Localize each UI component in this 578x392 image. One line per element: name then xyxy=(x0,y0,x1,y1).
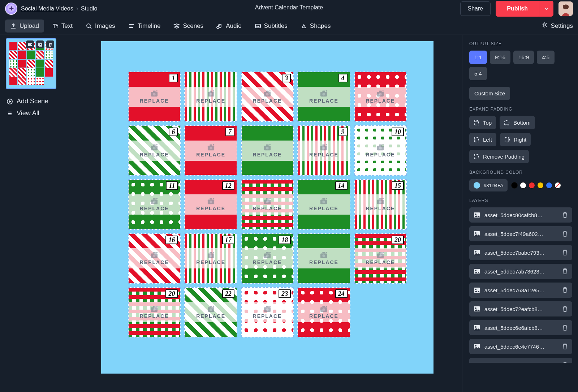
pad-bottom-button[interactable]: Bottom xyxy=(500,116,535,129)
replace-overlay[interactable]: REPLACE xyxy=(242,141,293,161)
layer-row[interactable]: asset_5ddec7ab73623… xyxy=(469,264,572,279)
advent-tile[interactable]: REPLACE22 xyxy=(184,287,237,337)
remove-padding-button[interactable]: Remove Padding xyxy=(469,150,529,163)
advent-tile[interactable]: REPLACE4 xyxy=(297,72,350,122)
advent-tile[interactable]: REPLACE16 xyxy=(128,233,181,284)
replace-overlay[interactable]: REPLACE xyxy=(355,248,406,268)
replace-overlay[interactable]: REPLACE xyxy=(242,194,293,215)
ratio-chip-1-1[interactable]: 1:1 xyxy=(469,51,487,64)
replace-overlay[interactable]: REPLACE xyxy=(242,87,293,107)
replace-overlay[interactable]: REPLACE xyxy=(242,302,293,322)
trash-icon[interactable] xyxy=(562,268,568,275)
background-color-chip[interactable]: #81D4FA xyxy=(469,179,508,191)
replace-overlay[interactable]: REPLACE xyxy=(185,302,236,322)
custom-size-button[interactable]: Custom Size xyxy=(469,87,510,100)
advent-tile[interactable]: REPLACE20 xyxy=(128,287,181,337)
replace-overlay[interactable]: REPLACE xyxy=(129,141,180,161)
layer-row[interactable]: asset_5ddec7f49a602… xyxy=(469,226,572,241)
advent-tile[interactable]: REPLACE20 xyxy=(354,233,407,284)
replace-overlay[interactable]: REPLACE xyxy=(129,194,180,215)
replace-overlay[interactable]: REPLACE xyxy=(129,248,180,268)
replace-overlay[interactable]: REPLACE xyxy=(355,141,406,161)
scene-thumbnail[interactable] xyxy=(6,38,56,89)
breadcrumb-root-link[interactable]: Social Media Videos xyxy=(21,5,73,12)
subtitles-tool[interactable]: Subtitles xyxy=(250,20,293,33)
layer-row[interactable]: asset_5ddec7babe793… xyxy=(469,245,572,260)
audio-tool[interactable]: Audio xyxy=(211,20,246,33)
settings-button[interactable]: Settings xyxy=(542,22,573,30)
ratio-chip-5-4[interactable]: 5:4 xyxy=(469,67,487,80)
advent-tile[interactable]: REPLACE18 xyxy=(241,233,294,284)
upload-button[interactable]: Upload xyxy=(5,20,44,33)
advent-tile[interactable]: REPLACE1 xyxy=(128,72,181,122)
layer-row[interactable]: asset_5ddec6e39a602… xyxy=(469,358,572,363)
shapes-tool[interactable]: Shapes xyxy=(296,20,336,33)
layer-row[interactable]: asset_5ddec6e6afcb8… xyxy=(469,320,572,335)
palette-swatch[interactable] xyxy=(520,182,526,189)
trash-icon[interactable] xyxy=(562,343,568,350)
advent-tile[interactable]: REPLACE7 xyxy=(184,125,237,176)
advent-tile[interactable]: REPLACE24 xyxy=(297,287,350,337)
advent-tile[interactable]: REPLACE23 xyxy=(241,287,294,337)
layer-row[interactable]: asset_5ddec80cafcb8… xyxy=(469,207,572,223)
replace-overlay[interactable]: REPLACE xyxy=(298,194,349,215)
replace-overlay[interactable]: REPLACE xyxy=(185,87,236,107)
palette-swatch[interactable] xyxy=(555,182,561,189)
scenes-tool[interactable]: Scenes xyxy=(168,20,208,33)
view-all-button[interactable]: View All xyxy=(6,107,68,119)
advent-tile[interactable]: REPLACE xyxy=(354,72,407,122)
replace-overlay[interactable]: REPLACE xyxy=(185,248,236,268)
advent-tile[interactable]: REPLACE3 xyxy=(241,72,294,122)
advent-tile[interactable]: REPLACE15 xyxy=(354,179,407,229)
advent-tile[interactable]: REPLACE12 xyxy=(184,179,237,229)
ratio-chip-16-9[interactable]: 16:9 xyxy=(513,51,534,64)
timeline-tool[interactable]: Timeline xyxy=(123,20,166,33)
thumbnail-delete-icon[interactable] xyxy=(46,40,54,48)
advent-tile[interactable]: REPLACE11 xyxy=(128,179,181,229)
app-logo[interactable]: ✦ xyxy=(5,3,17,15)
pad-left-button[interactable]: Left xyxy=(469,133,496,146)
advent-tile[interactable]: REPLACE10 xyxy=(354,125,407,176)
publish-menu-chevron[interactable] xyxy=(539,1,553,17)
replace-overlay[interactable]: REPLACE xyxy=(298,248,349,268)
trash-icon[interactable] xyxy=(562,287,568,293)
advent-tile[interactable]: REPLACE6 xyxy=(128,125,181,176)
publish-button[interactable]: Publish xyxy=(496,1,539,17)
trash-icon[interactable] xyxy=(562,362,568,363)
avatar[interactable] xyxy=(558,1,573,16)
advent-tile[interactable]: REPLACE14 xyxy=(297,179,350,229)
layer-row[interactable]: asset_5ddec6e4c7746… xyxy=(469,339,572,354)
palette-swatch[interactable] xyxy=(511,182,518,189)
canvas[interactable]: REPLACE1REPLACEREPLACE3REPLACE4REPLACERE… xyxy=(101,41,434,374)
trash-icon[interactable] xyxy=(562,324,568,331)
replace-overlay[interactable]: REPLACE xyxy=(355,87,406,107)
advent-tile[interactable]: REPLACE xyxy=(241,125,294,176)
ratio-chip-4-5[interactable]: 4:5 xyxy=(537,51,555,64)
replace-overlay[interactable]: REPLACE xyxy=(185,141,236,161)
palette-swatch[interactable] xyxy=(546,182,552,189)
share-button[interactable]: Share xyxy=(460,1,491,16)
pad-right-button[interactable]: Right xyxy=(500,133,531,146)
add-scene-button[interactable]: Add Scene xyxy=(6,95,68,107)
replace-overlay[interactable]: REPLACE xyxy=(185,194,236,215)
thumbnail-actions-icon[interactable] xyxy=(26,40,34,48)
pad-top-button[interactable]: Top xyxy=(469,116,496,129)
advent-tile[interactable]: REPLACE xyxy=(297,233,350,284)
replace-overlay[interactable]: REPLACE xyxy=(129,302,180,322)
palette-swatch[interactable] xyxy=(529,182,535,189)
trash-icon[interactable] xyxy=(562,231,568,237)
replace-overlay[interactable]: REPLACE xyxy=(242,248,293,268)
replace-overlay[interactable]: REPLACE xyxy=(298,141,349,161)
advent-tile[interactable]: REPLACE9 xyxy=(297,125,350,176)
thumbnail-duplicate-icon[interactable] xyxy=(36,40,44,48)
trash-icon[interactable] xyxy=(562,249,568,256)
replace-overlay[interactable]: REPLACE xyxy=(298,87,349,107)
replace-overlay[interactable]: REPLACE xyxy=(355,194,406,215)
replace-overlay[interactable]: REPLACE xyxy=(129,87,180,107)
layer-row[interactable]: asset_5ddec763a12e5… xyxy=(469,283,572,298)
advent-tile[interactable]: REPLACE xyxy=(241,179,294,229)
text-tool[interactable]: Text xyxy=(47,20,78,33)
palette-swatch[interactable] xyxy=(537,182,544,189)
replace-overlay[interactable]: REPLACE xyxy=(298,302,349,322)
ratio-chip-9-16[interactable]: 9:16 xyxy=(490,51,510,64)
